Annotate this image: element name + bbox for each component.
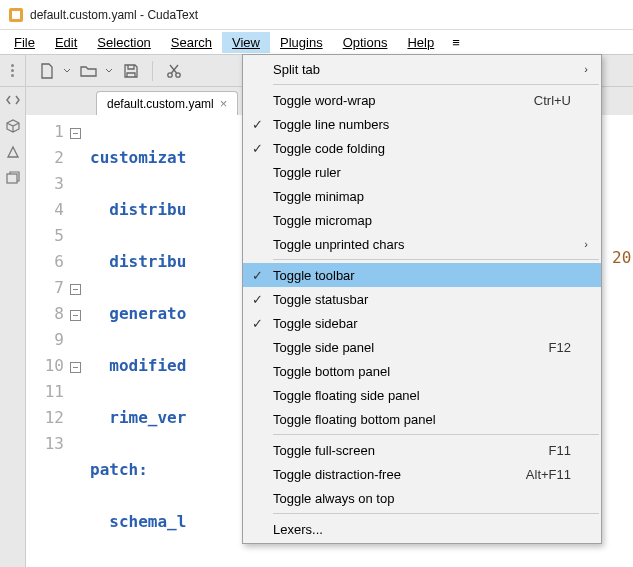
shortcut-label: Ctrl+U [534,93,579,108]
menu-toggle-unprinted[interactable]: Toggle unprinted chars› [243,232,601,256]
save-button[interactable] [116,58,146,84]
gutter: 1 2 3 4 5 6 7 8 9 10 11 12 13 [26,115,70,567]
menu-toggle-side-panel[interactable]: Toggle side panelF12 [243,335,601,359]
sidebar-dots-icon[interactable] [0,55,26,86]
titlebar: default.custom.yaml - CudaText [0,0,633,30]
line-number: 7 [26,275,64,301]
line-number: 5 [26,223,64,249]
edge-text: 20 [612,248,631,267]
line-number: 10 [26,353,64,379]
menu-toggle-ruler[interactable]: Toggle ruler [243,160,601,184]
menu-toggle-always-on-top[interactable]: Toggle always on top [243,486,601,510]
tab-file[interactable]: default.custom.yaml × [96,91,238,115]
line-number: 13 [26,431,64,457]
menu-toggle-micromap[interactable]: Toggle micromap [243,208,601,232]
svg-rect-4 [7,174,17,183]
menu-view[interactable]: View [222,32,270,53]
fold-toggle[interactable] [70,128,81,139]
svg-rect-1 [12,11,20,19]
fold-toggle[interactable] [70,310,81,321]
fold-column [70,115,86,567]
check-icon: ✓ [243,316,271,331]
fold-toggle[interactable] [70,284,81,295]
check-icon: ✓ [243,292,271,307]
menu-separator [273,513,599,514]
menu-separator [273,259,599,260]
new-file-button[interactable] [32,58,62,84]
menu-toggle-floating-side-panel[interactable]: Toggle floating side panel [243,383,601,407]
svg-point-2 [168,72,172,76]
line-number: 11 [26,379,64,405]
tab-close-icon[interactable]: × [220,96,228,111]
menu-toggle-code-folding[interactable]: ✓Toggle code folding [243,136,601,160]
menu-selection[interactable]: Selection [87,32,160,53]
cut-button[interactable] [159,58,189,84]
shortcut-label: F11 [549,443,579,458]
open-file-dropdown[interactable] [104,67,114,75]
line-number: 12 [26,405,64,431]
new-file-dropdown[interactable] [62,67,72,75]
menu-split-tab[interactable]: Split tab› [243,57,601,81]
menu-file[interactable]: File [4,32,45,53]
line-number: 9 [26,327,64,353]
menubar: File Edit Selection Search View Plugins … [0,30,633,54]
menu-toggle-bottom-panel[interactable]: Toggle bottom panel [243,359,601,383]
menu-toggle-full-screen[interactable]: Toggle full-screenF11 [243,438,601,462]
svg-point-3 [176,72,180,76]
delta-icon[interactable] [4,143,22,161]
line-number: 1 [26,119,64,145]
menu-toggle-statusbar[interactable]: ✓Toggle statusbar [243,287,601,311]
line-number: 4 [26,197,64,223]
line-number: 8 [26,301,64,327]
menu-lexers[interactable]: Lexers... [243,517,601,541]
menu-toggle-minimap[interactable]: Toggle minimap [243,184,601,208]
submenu-arrow-icon: › [579,238,593,250]
menu-separator [273,434,599,435]
menu-toggle-distraction-free[interactable]: Toggle distraction-freeAlt+F11 [243,462,601,486]
fold-toggle[interactable] [70,362,81,373]
check-icon: ✓ [243,117,271,132]
menu-hamburger[interactable]: ≡ [444,32,468,53]
menu-help[interactable]: Help [397,32,444,53]
tabs-icon[interactable] [4,169,22,187]
code-icon[interactable] [4,91,22,109]
menu-plugins[interactable]: Plugins [270,32,333,53]
app-icon [8,7,24,23]
menu-toggle-line-numbers[interactable]: ✓Toggle line numbers [243,112,601,136]
shortcut-label: Alt+F11 [526,467,579,482]
menu-toggle-sidebar[interactable]: ✓Toggle sidebar [243,311,601,335]
project-icon[interactable] [4,117,22,135]
shortcut-label: F12 [549,340,579,355]
menu-toggle-word-wrap[interactable]: Toggle word-wrapCtrl+U [243,88,601,112]
submenu-arrow-icon: › [579,63,593,75]
menu-separator [273,84,599,85]
toolbar-separator [152,61,153,81]
line-number: 3 [26,171,64,197]
menu-edit[interactable]: Edit [45,32,87,53]
line-number: 2 [26,145,64,171]
menu-toggle-floating-bottom-panel[interactable]: Toggle floating bottom panel [243,407,601,431]
menu-toggle-toolbar[interactable]: ✓Toggle toolbar [243,263,601,287]
check-icon: ✓ [243,268,271,283]
open-file-button[interactable] [74,58,104,84]
line-number: 6 [26,249,64,275]
tab-label: default.custom.yaml [107,97,214,111]
check-icon: ✓ [243,141,271,156]
window-title: default.custom.yaml - CudaText [30,8,198,22]
menu-search[interactable]: Search [161,32,222,53]
view-menu-dropdown: Split tab› Toggle word-wrapCtrl+U ✓Toggl… [242,54,602,544]
menu-options[interactable]: Options [333,32,398,53]
sidebar [0,87,26,567]
